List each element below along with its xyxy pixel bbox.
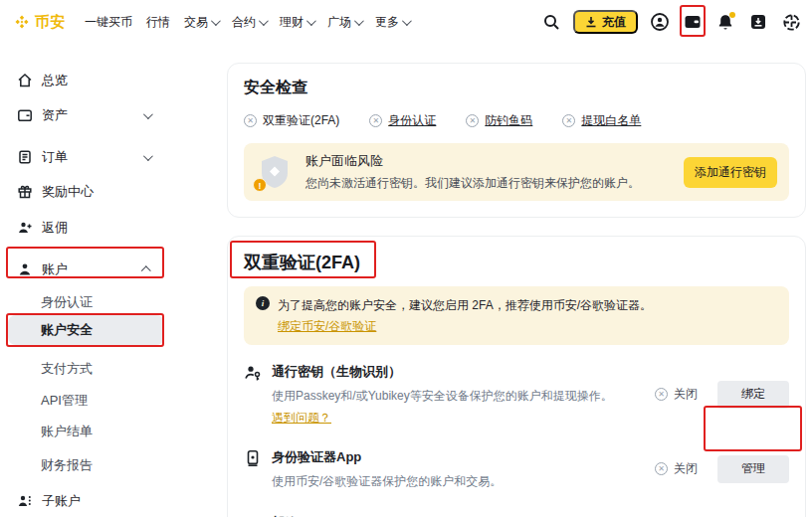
- status-off-icon: ✕: [655, 462, 668, 475]
- sidebar-item-payment-methods[interactable]: 支付方式: [8, 354, 164, 384]
- deposit-button[interactable]: 充值: [573, 10, 638, 34]
- chevron-up-icon: [141, 265, 151, 275]
- nav-item-more[interactable]: 更多: [368, 14, 416, 31]
- nav-item-markets[interactable]: 行情: [139, 14, 177, 31]
- sidebar-item-api-management[interactable]: API管理: [8, 386, 164, 416]
- chevron-down-icon: [402, 16, 412, 26]
- status-incomplete-icon: ✕: [369, 114, 382, 127]
- status-incomplete-icon: ✕: [466, 114, 479, 127]
- sidebar-item-identity-verification[interactable]: 身份认证: [8, 287, 164, 317]
- sidebar-item-sub-accounts[interactable]: 子账户: [8, 486, 164, 516]
- sidebar-item-account-statement[interactable]: 账户结单: [8, 417, 164, 446]
- having-trouble-link[interactable]: 遇到问题？: [272, 410, 331, 427]
- sidebar-item-financial-reports[interactable]: 财务报告: [8, 450, 164, 480]
- person-icon: [17, 261, 33, 277]
- risk-title: 账户面临风险: [305, 152, 640, 170]
- nav-item-trade[interactable]: 交易: [177, 14, 225, 31]
- check-item-anti-phishing-code[interactable]: ✕ 防钓鱼码: [466, 112, 532, 129]
- security-row-authenticator: 身份验证器App 使用币安/谷歌验证器保护您的账户和交易。 ✕ 关闭 管理: [244, 448, 789, 490]
- binance-diamond-icon: [14, 14, 30, 30]
- security-check-title: 安全检查: [244, 78, 789, 98]
- two-factor-tip-banner: i 为了提高您的账户安全，建议您启用 2FA，推荐使用币安/谷歌验证器。 绑定币…: [244, 286, 789, 345]
- security-check-card: 安全检查 ✕ 双重验证(2FA) ✕ 身份认证 ✕ 防钓鱼码 ✕ 提现白名单 !…: [227, 63, 806, 218]
- row-desc-authenticator: 使用币安/谷歌验证器保护您的账户和交易。: [272, 473, 643, 490]
- sidebar-item-referral[interactable]: 返佣: [8, 213, 164, 243]
- chevron-down-icon: [354, 16, 364, 26]
- chevron-down-icon: [259, 16, 269, 26]
- search-icon[interactable]: [540, 11, 562, 33]
- status-incomplete-icon: ✕: [562, 114, 575, 127]
- notification-bell-icon[interactable]: [714, 11, 736, 33]
- download-icon: [585, 16, 597, 28]
- top-nav: 币安 一键买币 行情 交易 合约 理财 广场 更多 充值: [0, 0, 812, 44]
- bind-authenticator-link[interactable]: 绑定币安/谷歌验证: [278, 317, 376, 335]
- warning-badge-icon: !: [253, 178, 267, 192]
- sub-accounts-icon: [17, 493, 33, 509]
- chevron-down-icon: [306, 16, 316, 26]
- status-off-icon: ✕: [655, 388, 668, 401]
- check-item-withdrawal-whitelist[interactable]: ✕ 提现白名单: [562, 112, 641, 129]
- rewards-icon: [17, 184, 33, 200]
- row-title-email: 邮箱: [272, 514, 600, 517]
- chevron-down-icon: [143, 109, 153, 119]
- row-title-authenticator: 身份验证器App: [272, 448, 643, 466]
- account-risk-banner: ! 账户面临风险 您尚未激活通行密钥。我们建议添加通行密钥来保护您的账户。 添加…: [244, 143, 789, 201]
- add-passkey-button[interactable]: 添加通行密钥: [684, 157, 777, 188]
- wallet-icon[interactable]: [682, 11, 704, 33]
- two-factor-card: 双重验证(2FA) i 为了提高您的账户安全，建议您启用 2FA，推荐使用币安/…: [227, 236, 806, 517]
- chevron-down-icon: [211, 16, 221, 26]
- notification-dot: [729, 12, 735, 18]
- nav-item-earn[interactable]: 理财: [273, 14, 320, 31]
- wallet-outline-icon: [17, 107, 33, 123]
- logo-text: 币安: [35, 13, 66, 32]
- nav-item-futures[interactable]: 合约: [225, 14, 273, 31]
- security-check-list: ✕ 双重验证(2FA) ✕ 身份认证 ✕ 防钓鱼码 ✕ 提现白名单: [244, 112, 789, 129]
- home-icon: [17, 73, 33, 88]
- security-row-email: 邮箱 使用邮箱保护您的账户与交易。 ba****ke@gmail.com 管理: [244, 514, 789, 517]
- sidebar-item-rewards-hub[interactable]: 奖励中心: [8, 177, 164, 207]
- risk-description: 您尚未激活通行密钥。我们建议添加通行密钥来保护您的账户。: [305, 175, 640, 192]
- sidebar-item-overview[interactable]: 总览: [8, 66, 164, 95]
- sidebar-item-account-security[interactable]: 账户安全: [8, 315, 164, 345]
- orders-icon: [17, 149, 33, 165]
- tip-text: 为了提高您的账户安全，建议您启用 2FA，推荐使用币安/谷歌验证器。: [278, 296, 652, 314]
- passkey-icon: [244, 364, 262, 382]
- referral-icon: [17, 220, 33, 236]
- row-desc-passkey: 使用Passkey和/或Yubikey等安全设备保护您的账户和提现操作。: [272, 388, 643, 405]
- nav-item-buy-crypto[interactable]: 一键买币: [78, 14, 139, 31]
- main-menu: 一键买币 行情 交易 合约 理财 广场 更多: [78, 14, 416, 31]
- check-item-2fa[interactable]: ✕ 双重验证(2FA): [244, 112, 339, 129]
- check-item-identity-verification[interactable]: ✕ 身份认证: [369, 112, 436, 129]
- sidebar-item-orders[interactable]: 订单: [8, 142, 164, 172]
- two-factor-title: 双重验证(2FA): [244, 251, 789, 274]
- bind-passkey-button[interactable]: 绑定: [717, 381, 789, 409]
- binance-logo[interactable]: 币安: [14, 13, 66, 32]
- passkey-status: ✕ 关闭: [655, 386, 698, 403]
- manage-authenticator-button[interactable]: 管理: [717, 455, 789, 483]
- sidebar-item-assets[interactable]: 资产: [8, 100, 164, 130]
- profile-icon[interactable]: [649, 11, 671, 33]
- shield-warning-icon: !: [256, 153, 294, 191]
- status-incomplete-icon: ✕: [244, 114, 257, 127]
- chevron-down-icon: [143, 151, 153, 161]
- authenticator-status: ✕ 关闭: [655, 460, 698, 477]
- row-title-passkey: 通行密钥（生物识别）: [272, 363, 643, 381]
- language-globe-icon[interactable]: [780, 11, 802, 33]
- nav-item-square[interactable]: 广场: [320, 14, 368, 31]
- info-icon: i: [256, 296, 270, 310]
- authenticator-app-icon: [244, 449, 262, 467]
- security-row-passkey: 通行密钥（生物识别） 使用Passkey和/或Yubikey等安全设备保护您的账…: [244, 363, 789, 427]
- sidebar-item-account[interactable]: 账户: [8, 255, 164, 284]
- download-app-icon[interactable]: [747, 11, 769, 33]
